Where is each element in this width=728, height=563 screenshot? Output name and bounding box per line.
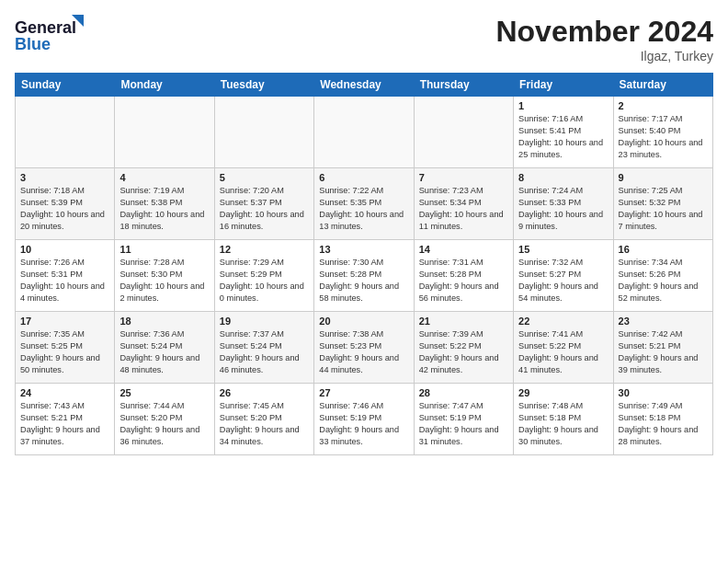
day-info: Sunrise: 7:45 AMSunset: 5:20 PMDaylight:… <box>220 400 309 448</box>
day-number: 8 <box>518 172 608 183</box>
day-info: Sunrise: 7:32 AMSunset: 5:27 PMDaylight:… <box>518 257 608 304</box>
day-number: 17 <box>20 316 109 327</box>
calendar-cell: 21Sunrise: 7:39 AMSunset: 5:22 PMDayligh… <box>414 312 513 384</box>
header-row: Sunday Monday Tuesday Wednesday Thursday… <box>16 74 713 97</box>
day-number: 4 <box>119 172 209 183</box>
day-number: 1 <box>518 100 608 111</box>
logo: GeneralBlue <box>15 15 88 55</box>
svg-text:General: General <box>15 18 76 37</box>
calendar-cell: 16Sunrise: 7:34 AMSunset: 5:26 PMDayligh… <box>613 240 712 312</box>
day-number: 16 <box>619 244 708 255</box>
day-info: Sunrise: 7:35 AMSunset: 5:25 PMDaylight:… <box>20 328 109 376</box>
day-info: Sunrise: 7:29 AMSunset: 5:29 PMDaylight:… <box>220 257 309 304</box>
day-number: 29 <box>518 387 608 398</box>
day-number: 9 <box>619 172 708 183</box>
calendar-cell: 18Sunrise: 7:36 AMSunset: 5:24 PMDayligh… <box>115 312 214 384</box>
calendar-cell: 25Sunrise: 7:44 AMSunset: 5:20 PMDayligh… <box>115 384 214 455</box>
calendar-cell: 20Sunrise: 7:38 AMSunset: 5:23 PMDayligh… <box>314 312 414 384</box>
day-number: 6 <box>319 172 408 183</box>
calendar-cell: 28Sunrise: 7:47 AMSunset: 5:19 PMDayligh… <box>414 384 513 455</box>
col-saturday: Saturday <box>613 74 712 97</box>
calendar-cell: 29Sunrise: 7:48 AMSunset: 5:18 PMDayligh… <box>514 384 613 455</box>
calendar-cell: 8Sunrise: 7:24 AMSunset: 5:33 PMDaylight… <box>514 168 613 240</box>
day-number: 11 <box>119 244 209 255</box>
calendar-cell: 7Sunrise: 7:23 AMSunset: 5:34 PMDaylight… <box>414 168 513 240</box>
day-number: 30 <box>619 387 708 398</box>
day-info: Sunrise: 7:25 AMSunset: 5:32 PMDaylight:… <box>619 185 708 233</box>
calendar-cell: 11Sunrise: 7:28 AMSunset: 5:30 PMDayligh… <box>115 240 214 312</box>
day-number: 27 <box>319 387 408 398</box>
calendar-cell: 14Sunrise: 7:31 AMSunset: 5:28 PMDayligh… <box>414 240 513 312</box>
calendar-cell: 30Sunrise: 7:49 AMSunset: 5:18 PMDayligh… <box>613 384 712 455</box>
calendar-cell: 26Sunrise: 7:45 AMSunset: 5:20 PMDayligh… <box>214 384 313 455</box>
svg-text:Blue: Blue <box>15 35 51 53</box>
calendar-cell: 15Sunrise: 7:32 AMSunset: 5:27 PMDayligh… <box>514 240 613 312</box>
day-info: Sunrise: 7:49 AMSunset: 5:18 PMDaylight:… <box>619 400 708 448</box>
day-info: Sunrise: 7:30 AMSunset: 5:28 PMDaylight:… <box>319 257 408 304</box>
day-number: 3 <box>20 172 109 183</box>
day-info: Sunrise: 7:31 AMSunset: 5:28 PMDaylight:… <box>419 257 508 304</box>
day-info: Sunrise: 7:47 AMSunset: 5:19 PMDaylight:… <box>419 400 508 448</box>
day-number: 20 <box>319 316 408 327</box>
day-info: Sunrise: 7:19 AMSunset: 5:38 PMDaylight:… <box>119 185 209 233</box>
calendar-cell: 3Sunrise: 7:18 AMSunset: 5:39 PMDaylight… <box>16 168 115 240</box>
day-info: Sunrise: 7:42 AMSunset: 5:21 PMDaylight:… <box>619 328 708 376</box>
col-thursday: Thursday <box>414 74 513 97</box>
logo-svg: GeneralBlue <box>15 15 88 55</box>
day-number: 24 <box>20 387 109 398</box>
calendar-cell <box>16 97 115 168</box>
col-friday: Friday <box>514 74 613 97</box>
calendar-cell: 9Sunrise: 7:25 AMSunset: 5:32 PMDaylight… <box>613 168 712 240</box>
day-number: 13 <box>319 244 408 255</box>
day-number: 15 <box>518 244 608 255</box>
calendar-cell: 24Sunrise: 7:43 AMSunset: 5:21 PMDayligh… <box>16 384 115 455</box>
day-number: 19 <box>220 316 309 327</box>
main-container: GeneralBlue November 2024 Ilgaz, Turkey … <box>0 0 728 463</box>
calendar-cell: 19Sunrise: 7:37 AMSunset: 5:24 PMDayligh… <box>214 312 313 384</box>
location: Ilgaz, Turkey <box>495 49 713 63</box>
month-title: November 2024 <box>495 15 713 49</box>
calendar-cell: 1Sunrise: 7:16 AMSunset: 5:41 PMDaylight… <box>514 97 613 168</box>
day-number: 26 <box>220 387 309 398</box>
day-number: 23 <box>619 316 708 327</box>
calendar-cell <box>414 97 513 168</box>
day-number: 18 <box>119 316 209 327</box>
day-info: Sunrise: 7:18 AMSunset: 5:39 PMDaylight:… <box>20 185 109 233</box>
day-number: 5 <box>220 172 309 183</box>
calendar-table: Sunday Monday Tuesday Wednesday Thursday… <box>15 73 713 455</box>
day-number: 25 <box>119 387 209 398</box>
day-info: Sunrise: 7:16 AMSunset: 5:41 PMDaylight:… <box>518 113 608 161</box>
calendar-cell: 13Sunrise: 7:30 AMSunset: 5:28 PMDayligh… <box>314 240 414 312</box>
day-number: 7 <box>419 172 508 183</box>
calendar-cell <box>214 97 313 168</box>
day-number: 14 <box>419 244 508 255</box>
day-info: Sunrise: 7:37 AMSunset: 5:24 PMDaylight:… <box>220 328 309 376</box>
week-row-5: 24Sunrise: 7:43 AMSunset: 5:21 PMDayligh… <box>16 384 713 455</box>
calendar-cell: 12Sunrise: 7:29 AMSunset: 5:29 PMDayligh… <box>214 240 313 312</box>
day-info: Sunrise: 7:38 AMSunset: 5:23 PMDaylight:… <box>319 328 408 376</box>
calendar-cell: 17Sunrise: 7:35 AMSunset: 5:25 PMDayligh… <box>16 312 115 384</box>
calendar-cell <box>314 97 414 168</box>
calendar-cell: 5Sunrise: 7:20 AMSunset: 5:37 PMDaylight… <box>214 168 313 240</box>
day-number: 12 <box>220 244 309 255</box>
week-row-2: 3Sunrise: 7:18 AMSunset: 5:39 PMDaylight… <box>16 168 713 240</box>
day-info: Sunrise: 7:22 AMSunset: 5:35 PMDaylight:… <box>319 185 408 233</box>
calendar-cell: 23Sunrise: 7:42 AMSunset: 5:21 PMDayligh… <box>613 312 712 384</box>
col-monday: Monday <box>115 74 214 97</box>
week-row-3: 10Sunrise: 7:26 AMSunset: 5:31 PMDayligh… <box>16 240 713 312</box>
day-info: Sunrise: 7:20 AMSunset: 5:37 PMDaylight:… <box>220 185 309 233</box>
day-info: Sunrise: 7:43 AMSunset: 5:21 PMDaylight:… <box>20 400 109 448</box>
col-sunday: Sunday <box>16 74 115 97</box>
day-info: Sunrise: 7:44 AMSunset: 5:20 PMDaylight:… <box>119 400 209 448</box>
day-info: Sunrise: 7:23 AMSunset: 5:34 PMDaylight:… <box>419 185 508 233</box>
day-info: Sunrise: 7:34 AMSunset: 5:26 PMDaylight:… <box>619 257 708 304</box>
day-info: Sunrise: 7:48 AMSunset: 5:18 PMDaylight:… <box>518 400 608 448</box>
col-wednesday: Wednesday <box>314 74 414 97</box>
week-row-1: 1Sunrise: 7:16 AMSunset: 5:41 PMDaylight… <box>16 97 713 168</box>
calendar-cell: 4Sunrise: 7:19 AMSunset: 5:38 PMDaylight… <box>115 168 214 240</box>
day-number: 22 <box>518 316 608 327</box>
calendar-cell: 6Sunrise: 7:22 AMSunset: 5:35 PMDaylight… <box>314 168 414 240</box>
day-info: Sunrise: 7:36 AMSunset: 5:24 PMDaylight:… <box>119 328 209 376</box>
day-number: 28 <box>419 387 508 398</box>
day-info: Sunrise: 7:17 AMSunset: 5:40 PMDaylight:… <box>619 113 708 161</box>
